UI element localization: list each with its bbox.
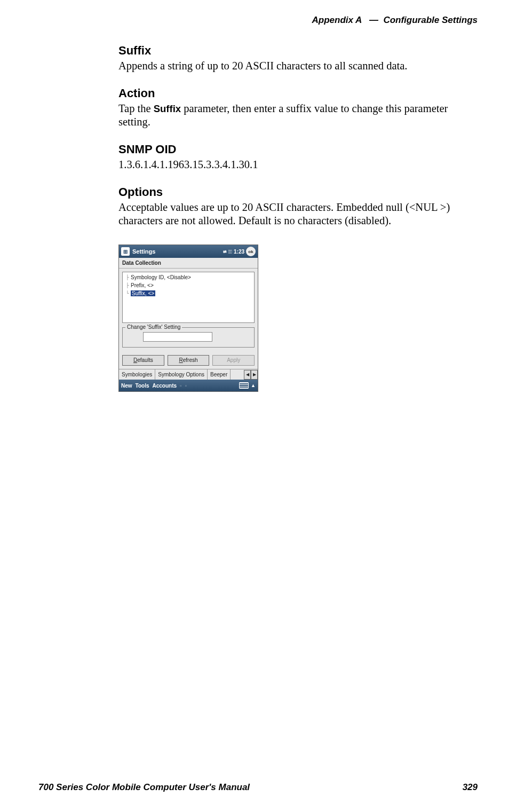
text-action: Tap the Suffix parameter, then enter a s… bbox=[118, 102, 468, 129]
tree-item-symbology-id[interactable]: ├ Symbology ID, <Disable> bbox=[124, 273, 252, 281]
suffix-value-input[interactable] bbox=[143, 332, 212, 342]
tab-beeper[interactable]: Beeper bbox=[208, 369, 231, 380]
refresh-button[interactable]: Refresh bbox=[168, 355, 210, 366]
tree-listbox[interactable]: ├ Symbology ID, <Disable> ├ Prefix, <> └… bbox=[122, 272, 255, 323]
text-suffix: Appends a string of up to 20 ASCII chara… bbox=[118, 59, 468, 73]
windows-start-icon[interactable]: ⊞ bbox=[121, 247, 130, 256]
up-arrow-icon[interactable]: ▲ bbox=[251, 383, 256, 388]
tab-strip: Symbologies Symbology Options Beeper ◀ ▶ bbox=[119, 369, 258, 380]
header-appendix: Appendix A bbox=[312, 15, 362, 25]
keyboard-icon[interactable] bbox=[239, 382, 249, 389]
volume-icon[interactable]: ◀ͨ bbox=[228, 249, 232, 255]
tree-item-prefix[interactable]: ├ Prefix, <> bbox=[124, 281, 252, 289]
panel-body: ├ Symbology ID, <Disable> ├ Prefix, <> └… bbox=[119, 269, 258, 369]
tab-scroll-right-icon[interactable]: ▶ bbox=[251, 370, 258, 380]
defaults-button[interactable]: Defaults bbox=[122, 355, 164, 366]
button-row: Defaults Refresh Apply bbox=[122, 355, 255, 366]
tree-item-selected: Suffix, <> bbox=[131, 290, 155, 296]
header-sep: — bbox=[369, 15, 378, 25]
menu-accounts[interactable]: Accounts bbox=[153, 383, 177, 389]
footer-manual-title: 700 Series Color Mobile Computer User's … bbox=[38, 782, 250, 793]
menu-tools[interactable]: Tools bbox=[136, 383, 149, 389]
command-bar: New Tools Accounts ▫ ▫ ▲ bbox=[119, 380, 258, 391]
device-screenshot: ⊞ Settings ⇄ ◀ͨ 1:23 ok Data Collection … bbox=[118, 245, 258, 392]
tab-symbology-options[interactable]: Symbology Options bbox=[155, 369, 208, 380]
menu-new[interactable]: New bbox=[121, 383, 132, 389]
panel-title: Data Collection bbox=[119, 258, 258, 269]
header-title: Configurable Settings bbox=[383, 15, 478, 25]
connectivity-icon[interactable]: ⇄ bbox=[223, 249, 227, 254]
heading-snmp: SNMP OID bbox=[118, 143, 468, 156]
text-options: Acceptable values are up to 20 ASCII cha… bbox=[118, 201, 468, 227]
tree-branch-icon: ├ bbox=[124, 283, 131, 288]
screenshot-title: Settings bbox=[132, 248, 223, 255]
bottombar-icon-2[interactable]: ▫ bbox=[185, 383, 187, 389]
main-content: Suffix Appends a string of up to 20 ASCI… bbox=[118, 44, 468, 392]
text-snmp: 1.3.6.1.4.1.1963.15.3.3.4.1.30.1 bbox=[118, 158, 468, 171]
apply-button: Apply bbox=[212, 355, 255, 366]
tab-scroll-arrows: ◀ ▶ bbox=[244, 370, 258, 380]
page-footer: 700 Series Color Mobile Computer User's … bbox=[38, 782, 478, 793]
heading-options: Options bbox=[118, 185, 468, 199]
heading-suffix: Suffix bbox=[118, 44, 468, 58]
text-action-bold: Suffix bbox=[154, 103, 181, 114]
bottombar-icon-1[interactable]: ▫ bbox=[180, 383, 182, 389]
clock-time[interactable]: 1:23 bbox=[234, 249, 244, 255]
page-header: Appendix A — Configurable Settings bbox=[312, 15, 478, 26]
tab-symbologies[interactable]: Symbologies bbox=[119, 369, 155, 380]
footer-page-number: 329 bbox=[463, 782, 478, 793]
tree-branch-icon: ├ bbox=[124, 275, 131, 280]
tree-branch-icon: └ bbox=[124, 291, 131, 296]
tree-item-suffix[interactable]: └ Suffix, <> bbox=[124, 289, 252, 297]
ok-button[interactable]: ok bbox=[246, 247, 256, 256]
heading-action: Action bbox=[118, 86, 468, 100]
screenshot-titlebar: ⊞ Settings ⇄ ◀ͨ 1:23 ok bbox=[119, 245, 258, 258]
tab-scroll-left-icon[interactable]: ◀ bbox=[244, 370, 251, 380]
fieldset-legend: Change 'Suffix' Setting bbox=[125, 324, 182, 330]
change-setting-fieldset: Change 'Suffix' Setting bbox=[122, 327, 255, 348]
